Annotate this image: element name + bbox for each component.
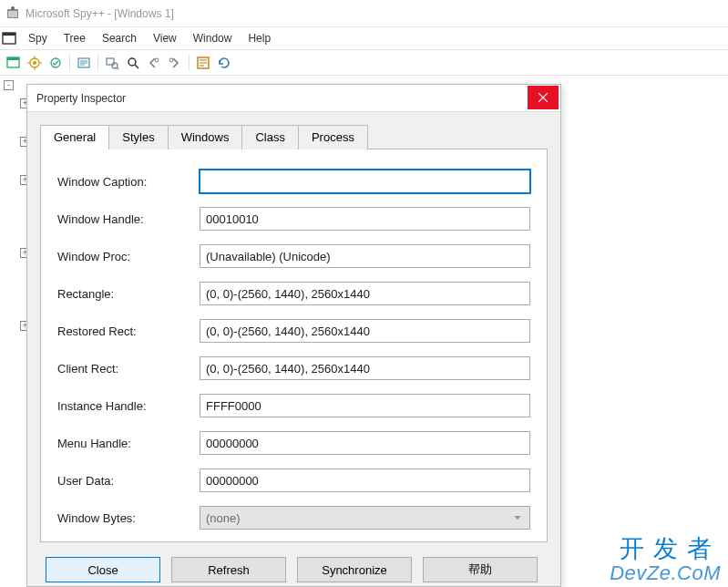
- dialog-title: Property Inspector: [36, 92, 528, 105]
- menu-spy[interactable]: Spy: [20, 30, 56, 46]
- label-client-rect: Client Rect:: [57, 362, 200, 376]
- toolbar-windows-icon[interactable]: [4, 53, 24, 73]
- tab-class[interactable]: Class: [241, 125, 299, 149]
- input-window-caption[interactable]: [200, 170, 530, 193]
- menu-window[interactable]: Window: [185, 30, 241, 46]
- input-restored-rect[interactable]: [200, 319, 530, 343]
- svg-point-13: [51, 58, 60, 67]
- watermark: 开发者 DevZe.CoM: [610, 532, 721, 585]
- label-window-proc: Window Proc:: [57, 250, 200, 263]
- app-titlebar: Microsoft Spy++ - [Windows 1]: [0, 0, 728, 27]
- close-button[interactable]: Close: [46, 557, 160, 582]
- select-window-bytes[interactable]: (none): [200, 506, 530, 530]
- help-button[interactable]: 帮助: [423, 557, 538, 582]
- tab-windows[interactable]: Windows: [168, 125, 243, 149]
- menu-tree[interactable]: Tree: [56, 30, 94, 46]
- svg-point-24: [169, 58, 173, 62]
- toolbar-find-icon[interactable]: [123, 53, 143, 73]
- svg-point-21: [128, 58, 136, 66]
- toolbar-threads-icon[interactable]: [46, 53, 66, 73]
- label-user-data: User Data:: [57, 474, 200, 488]
- toolbar-next-icon[interactable]: [165, 53, 185, 73]
- select-window-bytes-value: (none): [206, 511, 241, 525]
- toolbar-find-window-icon[interactable]: [102, 53, 122, 73]
- tab-general[interactable]: General: [40, 125, 109, 149]
- toolbar-separator: [189, 55, 190, 71]
- label-menu-handle: Menu Handle:: [57, 437, 200, 450]
- mdi-child-icon[interactable]: [2, 31, 16, 46]
- svg-line-20: [117, 67, 118, 69]
- input-menu-handle[interactable]: [200, 431, 530, 455]
- menu-help[interactable]: Help: [240, 30, 279, 46]
- app-icon: [5, 6, 20, 21]
- toolbar-processes-icon[interactable]: [25, 53, 45, 73]
- tab-process[interactable]: Process: [298, 125, 368, 149]
- watermark-en: DevZe.CoM: [610, 561, 721, 585]
- label-window-caption: Window Caption:: [57, 175, 200, 189]
- toolbar-refresh-icon[interactable]: [214, 53, 234, 73]
- toolbar: [0, 50, 728, 76]
- svg-rect-6: [7, 57, 19, 60]
- label-window-bytes: Window Bytes:: [57, 511, 200, 525]
- input-user-data[interactable]: [200, 469, 530, 492]
- tab-panel-general: Window Caption: Window Handle: Window Pr…: [40, 149, 548, 542]
- toolbar-separator: [97, 55, 98, 71]
- close-icon[interactable]: [528, 86, 559, 109]
- input-window-handle[interactable]: [200, 207, 530, 231]
- menu-view[interactable]: View: [145, 30, 185, 46]
- svg-line-22: [135, 65, 138, 68]
- menu-search[interactable]: Search: [94, 30, 145, 46]
- tab-strip: General Styles Windows Class Process: [40, 125, 548, 149]
- synchronize-button[interactable]: Synchronize: [297, 557, 412, 582]
- app-title: Microsoft Spy++ - [Windows 1]: [26, 7, 174, 20]
- toolbar-separator: [69, 55, 70, 71]
- refresh-button[interactable]: Refresh: [171, 557, 286, 582]
- dialog-button-row: Close Refresh Synchronize 帮助: [27, 542, 560, 582]
- property-inspector-dialog: Property Inspector General Styles Window…: [26, 84, 561, 587]
- tree-collapse-icon[interactable]: -: [4, 80, 14, 90]
- dialog-titlebar[interactable]: Property Inspector: [27, 85, 560, 112]
- label-window-handle: Window Handle:: [57, 212, 200, 226]
- toolbar-prev-icon[interactable]: [144, 53, 164, 73]
- label-instance-handle: Instance Handle:: [57, 399, 200, 413]
- svg-point-8: [33, 61, 36, 65]
- watermark-cn: 开发者: [610, 532, 721, 565]
- label-rectangle: Rectangle:: [57, 287, 200, 301]
- toolbar-properties-icon[interactable]: [193, 53, 213, 73]
- input-instance-handle[interactable]: [200, 394, 530, 417]
- input-window-proc[interactable]: [200, 244, 530, 268]
- svg-point-2: [11, 6, 15, 10]
- svg-rect-1: [8, 11, 17, 17]
- menubar: Spy Tree Search View Window Help: [0, 27, 728, 49]
- input-client-rect[interactable]: [200, 356, 530, 380]
- tab-styles[interactable]: Styles: [108, 125, 168, 149]
- label-restored-rect: Restored Rect:: [57, 324, 200, 338]
- input-rectangle[interactable]: [200, 282, 530, 305]
- svg-rect-4: [3, 33, 15, 36]
- toolbar-log-messages-icon[interactable]: [74, 53, 94, 73]
- svg-point-23: [155, 58, 159, 62]
